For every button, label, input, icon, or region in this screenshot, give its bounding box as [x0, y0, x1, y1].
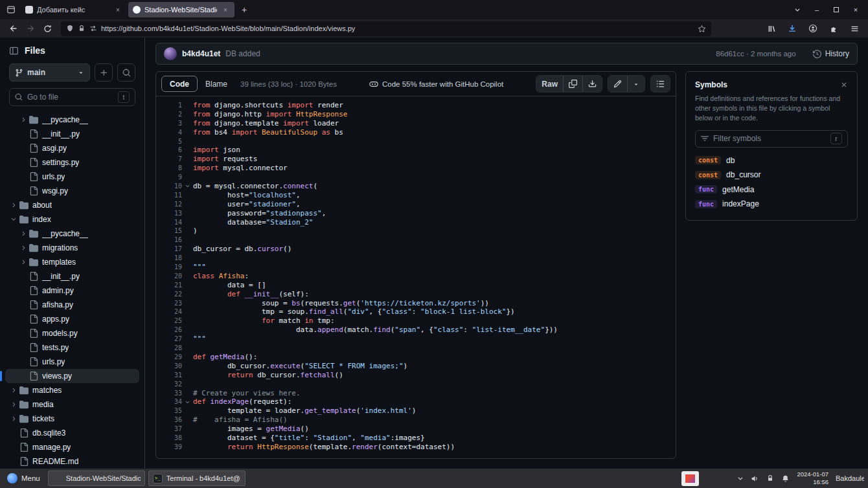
line-number[interactable]: 25 [156, 316, 182, 326]
collapse-sidebar-icon[interactable] [9, 46, 19, 56]
line-number[interactable]: 23 [156, 299, 182, 308]
search-tree-button[interactable] [117, 63, 135, 82]
line-number[interactable]: 6 [156, 146, 182, 155]
tree-file-afisha.py[interactable]: afisha.py [5, 298, 139, 312]
shield-icon[interactable] [66, 25, 74, 32]
line-number[interactable]: 36 [156, 416, 182, 425]
go-to-file-input[interactable]: Go to file t [9, 88, 135, 106]
line-number[interactable]: 38 [156, 434, 182, 443]
line-number[interactable]: 28 [156, 344, 182, 353]
symbol-item-db[interactable]: constdb [695, 153, 848, 168]
keyring-icon[interactable] [766, 474, 774, 482]
edit-dropdown-icon[interactable] [628, 76, 645, 92]
line-number[interactable]: 5 [156, 137, 182, 146]
tree-file-views.py[interactable]: views.py [5, 369, 139, 383]
line-number[interactable]: 19 [156, 263, 182, 272]
line-number[interactable]: 18 [156, 254, 182, 263]
raw-button[interactable]: Raw [536, 76, 564, 92]
tree-folder-about[interactable]: about [5, 198, 139, 212]
taskbar-window-firefox[interactable]: Stadion-WebSite/Stadio... [48, 471, 145, 486]
clock[interactable]: 2024-01-07 16:56 [797, 471, 828, 487]
history-button[interactable]: History [813, 49, 849, 58]
line-number[interactable]: 10 [156, 182, 182, 191]
line-number[interactable]: 33 [156, 389, 182, 398]
tray-app-icon[interactable] [681, 471, 699, 486]
line-number[interactable]: 8 [156, 164, 182, 173]
tree-file-README.md[interactable]: README.md [5, 454, 139, 469]
tree-file-urls.py[interactable]: urls.py [5, 170, 139, 184]
copy-icon[interactable] [564, 76, 583, 92]
outline-icon[interactable] [651, 76, 670, 92]
tree-file-urls.py[interactable]: urls.py [5, 355, 139, 369]
browser-tab[interactable]: Stadion-WebSite/Stadion/in...× [128, 2, 234, 17]
applications-menu-button[interactable]: Menu [3, 470, 45, 487]
line-number[interactable]: 21 [156, 281, 182, 290]
url-text[interactable]: https://github.com/b4kd4u1et/Stadion-Web… [101, 25, 694, 32]
tab-close-icon[interactable]: × [113, 6, 122, 14]
firefox-view-icon[interactable] [3, 2, 19, 17]
symbol-item-getMedia[interactable]: funcgetMedia [695, 183, 848, 197]
avatar[interactable] [164, 47, 177, 60]
tree-file-apps.py[interactable]: apps.py [5, 312, 139, 326]
tab-close-icon[interactable]: × [221, 6, 230, 14]
edit-pencil-icon[interactable] [608, 76, 628, 92]
line-number[interactable]: 7 [156, 155, 182, 164]
permissions-icon[interactable] [89, 25, 97, 32]
line-number[interactable]: 11 [156, 191, 182, 200]
line-number[interactable]: 37 [156, 425, 182, 434]
line-number[interactable]: 4 [156, 128, 182, 137]
tree-file-__init__.py[interactable]: __init__.py [5, 127, 139, 141]
menu-hamburger-icon[interactable] [846, 21, 863, 36]
extensions-icon[interactable] [825, 21, 842, 36]
reload-icon[interactable] [39, 21, 56, 36]
taskbar-window-terminal[interactable]: >_Terminal - b4kd4u1et@... [148, 471, 246, 486]
tree-file-__init__.py[interactable]: __init__.py [5, 269, 139, 283]
line-number[interactable]: 14 [156, 218, 182, 227]
line-number[interactable]: 2 [156, 110, 182, 119]
line-number[interactable]: 24 [156, 307, 182, 316]
back-icon[interactable] [5, 21, 22, 36]
tree-file-models.py[interactable]: models.py [5, 326, 139, 340]
add-file-button[interactable] [95, 63, 113, 82]
line-number[interactable]: 35 [156, 406, 182, 416]
new-tab-button[interactable]: + [236, 2, 253, 17]
line-number[interactable]: 22 [156, 290, 182, 299]
line-number[interactable]: 9 [156, 173, 182, 182]
fold-toggle-icon[interactable] [182, 182, 193, 191]
bookmark-star-icon[interactable] [698, 25, 706, 33]
user-name[interactable]: Bakdaulet [836, 474, 864, 482]
tree-file-manage.py[interactable]: manage.py [5, 440, 139, 454]
url-bar[interactable]: https://github.com/b4kd4u1et/Stadion-Web… [61, 21, 711, 36]
tree-folder-__pycache__[interactable]: __pycache__ [5, 227, 139, 241]
close-window-icon[interactable]: × [846, 1, 865, 19]
branch-selector[interactable]: main [9, 63, 90, 82]
line-number[interactable]: 26 [156, 326, 182, 335]
restore-icon[interactable] [827, 1, 846, 19]
line-number[interactable]: 20 [156, 272, 182, 281]
browser-tab[interactable]: Добавить кейс× [21, 2, 127, 17]
tree-file-wsgi.py[interactable]: wsgi.py [5, 184, 139, 198]
tab-blame[interactable]: Blame [199, 76, 234, 92]
symbol-item-db_cursor[interactable]: constdb_cursor [695, 168, 848, 183]
line-number[interactable]: 1 [156, 101, 182, 110]
commit-author[interactable]: b4kd4u1et [182, 49, 220, 58]
download-raw-icon[interactable] [583, 76, 602, 92]
tree-folder-media[interactable]: media [5, 397, 139, 412]
list-tabs-icon[interactable] [788, 1, 807, 19]
minimize-icon[interactable]: – [807, 1, 827, 19]
tree-folder-index[interactable]: index [5, 212, 139, 227]
line-number[interactable]: 39 [156, 443, 182, 452]
line-number[interactable]: 29 [156, 353, 182, 362]
tree-file-settings.py[interactable]: settings.py [5, 155, 139, 170]
tree-folder-migrations[interactable]: migrations [5, 241, 139, 255]
forward-icon[interactable] [22, 21, 39, 36]
tree-folder-__pycache__[interactable]: __pycache__ [5, 113, 139, 127]
tree-file-admin.py[interactable]: admin.py [5, 283, 139, 298]
commit-meta[interactable]: 86d61cc · 2 months ago [716, 50, 795, 58]
account-icon[interactable] [805, 21, 821, 36]
tree-folder-matches[interactable]: matches [5, 383, 139, 397]
line-number[interactable]: 31 [156, 371, 182, 380]
line-number[interactable]: 27 [156, 335, 182, 344]
tree-file-db.sqlite3[interactable]: db.sqlite3 [5, 426, 139, 440]
filter-symbols-input[interactable]: Filter symbols r [695, 130, 848, 148]
